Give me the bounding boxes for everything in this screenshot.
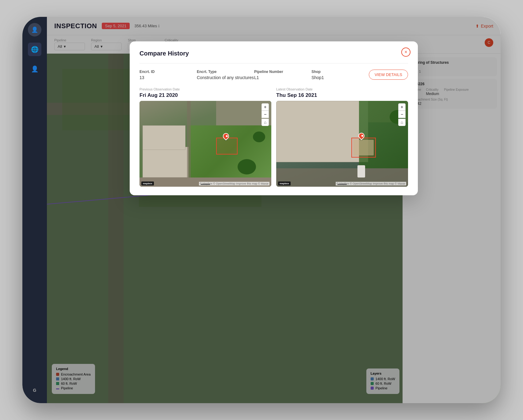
modal-field-shop: Shop Shop1 [311,70,369,80]
sidebar-item-user[interactable]: 👤 [28,62,41,76]
zoom-in-right[interactable]: + [398,103,406,111]
building-left-2 [143,125,185,150]
modal-field-encrt-id: Encrt. ID 13 [139,70,197,80]
main-content: INSPECTION Sep 5, 2021 356.43 Miles ℹ ⬆ … [47,17,501,403]
previous-obs-label: Previous Observation Date [139,87,271,91]
latest-date: Thu Sep 16 2021 [276,92,408,98]
zoom-out-left[interactable]: − [262,111,269,118]
map-attribution-right: © Mapbox © OpenStreetMap Improve this ma… [336,182,406,185]
modal-overlay[interactable]: Compare History × Encrt. ID 13 Encrt. Ty… [47,17,501,403]
sidebar-item-settings[interactable]: G [28,384,41,397]
sidebar-avatar[interactable]: 👤 [28,23,41,36]
building-left-1 [143,147,189,178]
mapbox-logo-right: mapbox [278,181,291,185]
compare-history-modal: Compare History × Encrt. ID 13 Encrt. Ty… [130,41,418,195]
zoom-out-right[interactable]: − [398,111,406,118]
modal-divider [139,63,408,63]
view-details-button[interactable]: VIEW DETAILS [369,70,408,80]
location-pin-right [358,133,365,140]
latest-map: + − ⌂ mapbox © Mapbox © OpenStreetMap Im… [276,101,408,187]
compare-section: Previous Observation Date Fri Aug 21 202… [139,87,408,187]
previous-date: Fri Aug 21 2020 [139,92,271,98]
sidebar-item-globe[interactable]: 🌐 [28,43,41,56]
sidebar: 👤 🌐 👤 G [22,17,47,403]
modal-field-pipeline: Pipeline Number L1 [254,70,311,80]
modal-title: Compare History [139,50,408,57]
scale-bar-right [338,184,347,185]
encroachment-rect-right [351,138,376,158]
modal-field-encrt-type: Encrt. Type Construction of any structur… [197,70,254,80]
modal-fields-row: Encrt. ID 13 Encrt. Type Construction of… [139,70,408,80]
map-controls-right: + − ⌂ [398,103,406,126]
trees-left [238,159,256,174]
latest-panel: Latest Observation Date Thu Sep 16 2021 [276,87,408,187]
sat-map-left: + − ⌂ mapbox © Mapbox © OpenStreetMap Im… [139,101,271,187]
map-controls-left: + − ⌂ [262,103,269,126]
home-left[interactable]: ⌂ [262,119,269,126]
vehicle-right [357,165,365,178]
sat-map-right: + − ⌂ mapbox © Mapbox © OpenStreetMap Im… [276,101,408,187]
zoom-in-left[interactable]: + [262,103,269,111]
road-left [187,101,191,187]
previous-map: + − ⌂ mapbox © Mapbox © OpenStreetMap Im… [139,101,271,187]
location-pin-left [223,133,229,141]
close-button[interactable]: × [401,48,410,57]
trees-left-2 [253,132,265,142]
home-right[interactable]: ⌂ [398,119,406,126]
latest-obs-label: Latest Observation Date [276,87,408,91]
map-attribution-left: © Mapbox © OpenStreetMap Improve this ma… [199,182,269,185]
mapbox-logo-left: mapbox [141,181,154,185]
scale-bar-left [201,184,210,185]
previous-panel: Previous Observation Date Fri Aug 21 202… [139,87,271,187]
